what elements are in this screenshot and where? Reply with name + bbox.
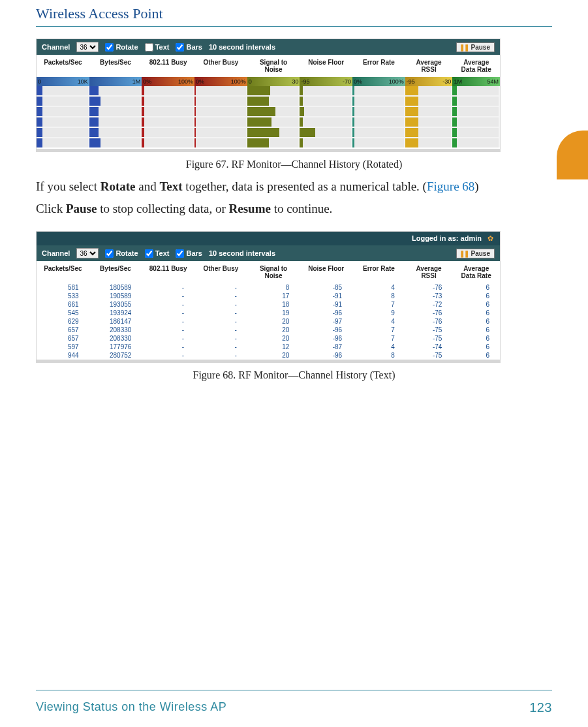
- bar-cell: [452, 97, 499, 106]
- figure-68-link[interactable]: Figure 68: [427, 179, 474, 193]
- table-cell: 12: [247, 343, 300, 350]
- p2-post: to continue.: [271, 202, 332, 215]
- p1-post: ): [474, 179, 478, 193]
- table-cell: 6: [452, 292, 500, 300]
- table-cell: 9: [352, 309, 405, 317]
- column-header: Bytes/Sec: [89, 57, 142, 74]
- table-cell: 208330: [89, 326, 142, 333]
- column-header: Packets/Sec: [37, 264, 89, 281]
- table-cell: 20: [247, 352, 300, 359]
- interval-label: 10 second intervals: [209, 43, 275, 51]
- table-cell: -96: [300, 352, 352, 359]
- fig68-toolbar: Channel 36 Rotate Text Bars 10 second in…: [37, 245, 500, 261]
- table-cell: 177976: [89, 343, 142, 350]
- bar-cell: [352, 117, 404, 127]
- table-row: 657208330--20-967-756: [37, 326, 500, 334]
- table-cell: 19: [247, 309, 300, 317]
- table-cell: -75: [405, 335, 453, 342]
- text-label: Text: [155, 43, 170, 51]
- gear-icon[interactable]: ✿: [487, 234, 493, 242]
- pause-icon: ❚❚: [459, 44, 469, 51]
- table-cell: 6: [452, 335, 500, 342]
- bar-cell: [194, 97, 246, 106]
- table-row: 545193924--19-969-766: [37, 309, 500, 317]
- bar-cell: [300, 128, 351, 137]
- pause-button[interactable]: ❚❚ Pause: [456, 42, 495, 52]
- header-rule: [36, 26, 552, 27]
- rotate-checkbox-2[interactable]: [105, 249, 114, 258]
- column-header: Bytes/Sec: [89, 264, 142, 281]
- p1-b1: Rotate: [101, 179, 136, 193]
- table-cell: -87: [300, 343, 352, 350]
- table-cell: 20: [247, 318, 300, 325]
- bar-cell: [247, 97, 299, 106]
- table-cell: 7: [352, 326, 405, 333]
- bar-cell: [352, 97, 404, 106]
- table-cell: 4: [352, 318, 405, 325]
- bars-checkbox-2[interactable]: [176, 249, 184, 258]
- table-cell: -76: [405, 284, 453, 291]
- bar-cell: [452, 138, 499, 147]
- column-header: Noise Floor: [300, 57, 352, 74]
- rotate-checkbox[interactable]: [105, 43, 114, 52]
- table-cell: 6: [452, 309, 500, 317]
- text-label-2: Text: [155, 249, 170, 257]
- table-cell: -96: [300, 326, 352, 333]
- figure-68-screenshot: Logged in as: admin ✿ Channel 36 Rotate …: [36, 231, 501, 363]
- figure-68-caption: Figure 68. RF Monitor—Channel History (T…: [36, 369, 552, 381]
- bar-cell: [142, 138, 193, 147]
- table-cell: -75: [405, 352, 453, 359]
- bar-cell: [405, 138, 452, 147]
- table-cell: 208330: [89, 335, 142, 342]
- pause-label: Pause: [471, 44, 490, 51]
- bar-row: [37, 117, 500, 127]
- bar-cell: [194, 138, 246, 147]
- table-cell: -85: [300, 284, 352, 291]
- table-cell: -: [142, 292, 194, 300]
- table-cell: 657: [37, 326, 89, 333]
- table-cell: -: [142, 301, 194, 308]
- bar-cell: [300, 117, 351, 127]
- bar-row: [37, 86, 500, 95]
- fig68-column-headers: Packets/SecBytes/Sec802.11 BusyOther Bus…: [37, 261, 500, 283]
- p2-mid: to stop collecting data, or: [97, 202, 228, 215]
- bar-cell: [194, 86, 246, 95]
- fig68-login-bar: Logged in as: admin ✿: [37, 232, 500, 245]
- scale-cell: 1M: [89, 77, 142, 86]
- figure-67-screenshot: Channel 36 Rotate Text Bars 10 second in…: [36, 39, 501, 152]
- table-cell: -: [194, 284, 247, 291]
- column-header: AverageRSSI: [405, 57, 453, 74]
- table-cell: -: [142, 326, 194, 333]
- scale-cell: 010K: [37, 77, 89, 86]
- scale-cell: 030: [247, 77, 300, 86]
- table-cell: 18: [247, 301, 300, 308]
- bars-label-2: Bars: [186, 249, 202, 257]
- bar-cell: [405, 86, 452, 95]
- bar-cell: [37, 107, 88, 116]
- column-header: Signal toNoise: [247, 264, 300, 281]
- table-cell: 7: [352, 301, 405, 308]
- bars-checkbox[interactable]: [176, 43, 184, 52]
- page-footer: Viewing Status on the Wireless AP 123: [36, 700, 552, 715]
- scale-cell: 1M54M: [452, 77, 500, 86]
- bar-row: [37, 97, 500, 106]
- text-checkbox[interactable]: [145, 43, 153, 52]
- table-cell: 581: [37, 284, 89, 291]
- bar-cell: [194, 128, 246, 137]
- pause-button-2[interactable]: ❚❚ Pause: [456, 249, 495, 258]
- table-cell: -72: [405, 301, 453, 308]
- table-cell: -: [194, 292, 247, 300]
- text-checkbox-2[interactable]: [145, 249, 153, 258]
- table-cell: -76: [405, 309, 453, 317]
- table-cell: -: [194, 318, 247, 325]
- table-cell: 629: [37, 318, 89, 325]
- channel-select-2[interactable]: 36: [76, 248, 99, 258]
- channel-select[interactable]: 36: [76, 42, 99, 52]
- column-header: AverageData Rate: [452, 264, 500, 281]
- table-cell: -: [194, 326, 247, 333]
- footer-section-title: Viewing Status on the Wireless AP: [36, 700, 226, 715]
- table-cell: -: [194, 301, 247, 308]
- column-header: 802.11 Busy: [142, 264, 194, 281]
- channel-label-2: Channel: [42, 249, 70, 257]
- fig67-scale-row: 010K1M0%100%0%100%030-95-700%100%-95-301…: [37, 77, 500, 86]
